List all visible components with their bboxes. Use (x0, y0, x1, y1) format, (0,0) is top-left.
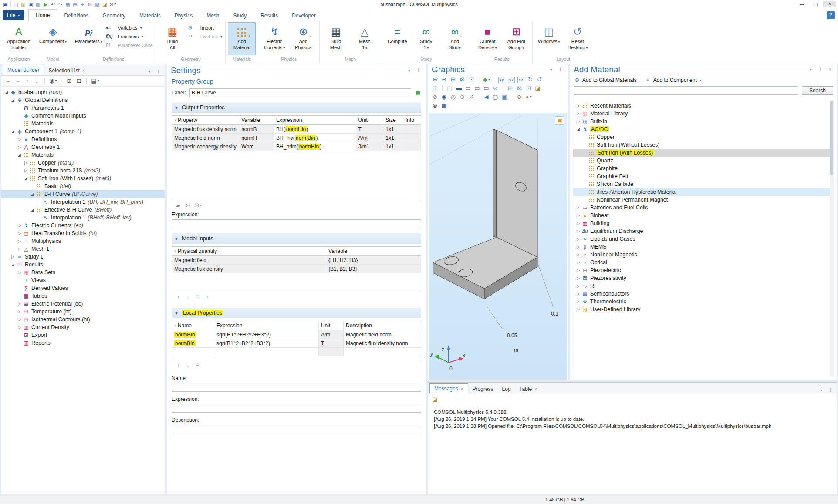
tab-geometry[interactable]: Geometry (95, 10, 132, 21)
table-cell[interactable] (214, 348, 319, 356)
move-up-icon[interactable]: ↑ (24, 77, 30, 84)
table-cell[interactable]: Magnetic field norm (172, 134, 239, 142)
table-cell[interactable]: normB (239, 125, 274, 133)
tree-item-multiphysics[interactable]: ▷∴Multiphysics (1, 237, 165, 245)
render-none-icon[interactable]: ⊘ (492, 85, 499, 92)
table-cell[interactable] (319, 348, 344, 356)
table-cell[interactable]: sqrt(B1^2+B2^2+B3^2) (214, 339, 319, 347)
tree-item-thermoelectric[interactable]: ▷≎Thermoelectric (573, 298, 834, 306)
table-cell[interactable] (172, 348, 214, 356)
tree-item-jiles-atherton-hysteretic-material[interactable]: Jiles-Atherton Hysteretic Material (573, 188, 834, 196)
minimize-button[interactable]: — (795, 1, 808, 7)
table-cell[interactable]: Wpm (239, 142, 274, 151)
table-cell[interactable]: normBin (172, 339, 214, 347)
expression-input[interactable] (172, 219, 421, 228)
column-header-size[interactable]: Size (383, 116, 403, 124)
tree-item-mems[interactable]: ▷μMEMS (573, 243, 834, 251)
collapse-all-icon[interactable]: ⊟ (75, 77, 82, 84)
expander-closed-icon[interactable]: ▷ (575, 119, 581, 124)
select-frame-icon[interactable]: ▧ (95, 1, 100, 8)
study-1-button[interactable]: ∞Study1▾ (412, 22, 440, 55)
tree-item-graphite-felt[interactable]: Graphite Felt (573, 172, 834, 180)
move-down-icon[interactable]: ↓ (34, 77, 40, 84)
tree-item-soft-iron-with-losses[interactable]: Soft Iron (With Losses) (573, 149, 834, 157)
expander-closed-icon[interactable]: ▷ (575, 205, 581, 210)
view-visible-icon[interactable]: ◉ (441, 94, 447, 101)
render-cylinder-3-icon[interactable]: ▭ (483, 85, 490, 92)
table-cell[interactable]: Magnetic flux density norm (172, 125, 239, 133)
expander-closed-icon[interactable]: ▷ (16, 223, 23, 228)
table-cell[interactable]: sqrt(H1^2+H2^2+H3^2) (214, 330, 319, 339)
expander-open-icon[interactable]: ◢ (29, 208, 36, 212)
graphics-canvas[interactable]: ▣ 0.1 0.05 (429, 113, 567, 380)
tree-item-views[interactable]: +Views (1, 276, 165, 284)
clear-icon[interactable]: ◪ (102, 1, 108, 8)
expander-open-icon[interactable]: ◢ (10, 98, 16, 102)
tree-item-b-h-curve[interactable]: ◢B-H Curve(BHCurve) (1, 190, 165, 198)
info-icon[interactable]: ⊙ (185, 202, 191, 209)
expander-closed-icon[interactable]: ▷ (575, 252, 581, 257)
expander-closed-icon[interactable]: ▷ (575, 237, 581, 241)
delete-row-icon[interactable]: ⊟ (194, 294, 201, 301)
add-material-button[interactable]: ↓AddMaterial (228, 22, 256, 55)
current-density-button[interactable]: ■CurrentDensity▾ (473, 22, 501, 55)
close-panel-icon[interactable]: × (827, 66, 833, 73)
table-cell[interactable]: T (319, 339, 344, 347)
build-all-button[interactable]: ▦BuildAll (159, 22, 186, 55)
expander-closed-icon[interactable]: ▷ (575, 104, 581, 108)
tree-item-data-sets[interactable]: ▷▦Data Sets (1, 269, 165, 276)
expander-open-icon[interactable]: ◢ (16, 153, 23, 157)
view-hidden-icon[interactable]: ◎ (450, 94, 456, 101)
clear-messages-icon[interactable]: ◪ (432, 396, 438, 403)
duplicate-icon[interactable]: ⊞ (80, 1, 85, 8)
panel-menu-icon[interactable]: ▾ (808, 66, 814, 73)
expander-open-icon[interactable]: ◢ (10, 262, 16, 267)
tree-item-semiconductors[interactable]: ▷▩Semiconductors (573, 290, 834, 298)
expander-closed-icon[interactable]: ▷ (16, 302, 23, 306)
tree-item-materials[interactable]: Materials (1, 120, 165, 128)
table-cell[interactable]: Magnetic field (172, 256, 326, 264)
column-header-expression[interactable]: Expression (214, 321, 319, 330)
expander-open-icon[interactable]: ◢ (23, 176, 29, 181)
expander-closed-icon[interactable]: ▷ (16, 325, 23, 329)
select-pointer-icon[interactable]: ⊡ (525, 85, 532, 92)
tree-item-building[interactable]: ▷▦Building (573, 219, 834, 227)
expander-closed-icon[interactable]: ▷ (575, 213, 581, 218)
model-tree-settings-icon[interactable]: ▤▾ (91, 77, 99, 84)
hide-objects-icon[interactable]: ⊘ (432, 94, 438, 101)
tab-physics[interactable]: Physics (168, 10, 199, 21)
tree-item-nonlinear-permanent-magnet[interactable]: Nonlinear Permanent Magnet (573, 196, 834, 204)
tab-developer[interactable]: Developer (285, 10, 323, 21)
color-palette-icon[interactable]: ◕▾ (525, 94, 532, 101)
tree-item-effective-b-h-curve[interactable]: ◢Effective B-H Curve(BHeff) (1, 206, 165, 214)
plot-image-icon[interactable]: ▣ (555, 116, 564, 125)
expander-closed-icon[interactable]: ▷ (575, 245, 581, 249)
zoom-box-icon[interactable]: ⊞ (450, 76, 456, 83)
tree-item-current-density[interactable]: ▷▥Current Density (1, 323, 165, 331)
collapse-triangle-icon[interactable]: ▼ (174, 105, 179, 110)
tree-item-built-in[interactable]: ▷▨Built-In (573, 118, 834, 125)
tree-item-interpolation-1[interactable]: ∿Interpolation 1(BHeff, BHeff_inv) (1, 214, 165, 222)
column-header-property[interactable]: »Property (172, 116, 239, 124)
tab-progress[interactable]: Progress (468, 384, 498, 394)
edit-icon[interactable]: ▰ (175, 202, 182, 209)
scrollbar-thumb[interactable] (830, 101, 833, 175)
expander-open-icon[interactable]: ◢ (575, 127, 581, 131)
table-cell[interactable]: 1x1 (383, 142, 403, 151)
table-cell[interactable] (403, 142, 421, 151)
tree-item-piezoelectric[interactable]: ▷⊞Piezoelectric (573, 266, 834, 274)
expand-all-icon[interactable]: ⊞ (66, 77, 72, 84)
expander-closed-icon[interactable]: ▷ (23, 161, 29, 165)
render-ghost-icon[interactable]: ▢ (446, 85, 453, 92)
remove-color-icon[interactable]: ⊘ (516, 94, 523, 101)
variables-button[interactable]: a=Variables▾ (106, 24, 153, 31)
table-cell[interactable]: A/m (319, 330, 344, 339)
tree-item-busbar-mph[interactable]: ◢◆busbar.mph(root) (1, 88, 165, 96)
row-down-icon[interactable]: ↓ (185, 362, 191, 369)
table-cell[interactable]: BH_inv(normBin) (274, 134, 356, 142)
description-input[interactable] (172, 425, 421, 433)
save-as-icon[interactable]: ▥ (35, 1, 41, 8)
table-row[interactable]: Magnetic field{H1, H2, H3} (172, 256, 421, 265)
mesh-1-button[interactable]: △Mesh1▾ (351, 22, 378, 55)
tree-item-reports[interactable]: ▥Reports (1, 339, 165, 347)
